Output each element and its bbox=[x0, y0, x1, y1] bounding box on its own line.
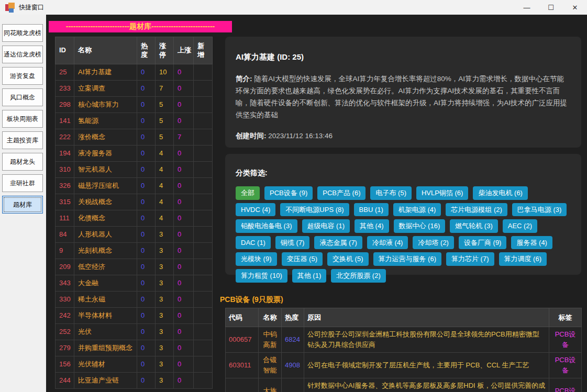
sidebar-button-1[interactable]: 同花顺龙虎榜 bbox=[2, 24, 43, 42]
category-tag-20[interactable]: 铜缆 (7) bbox=[275, 236, 310, 250]
sidebar-button-4[interactable]: 风口概念 bbox=[2, 88, 43, 106]
category-tag-2[interactable]: PCB设备 (9) bbox=[264, 186, 313, 200]
theme-row[interactable]: 252光伏030 bbox=[56, 324, 213, 340]
theme-row[interactable]: 111化债概念040 bbox=[56, 210, 213, 227]
category-tag-30[interactable]: 算力芯片 (7) bbox=[446, 252, 494, 266]
theme-limit-up-cell: 4 bbox=[156, 178, 174, 194]
theme-row[interactable]: 244比亚迪产业链030 bbox=[56, 373, 213, 389]
category-tag-32[interactable]: 算力租赁 (10) bbox=[236, 269, 287, 283]
theme-id-cell: 298 bbox=[56, 97, 74, 113]
theme-new-cell bbox=[194, 227, 213, 243]
theme-rise-cell: 7 bbox=[174, 129, 194, 145]
category-tag-18[interactable]: AEC (2) bbox=[503, 219, 537, 233]
maximize-button[interactable]: ☐ bbox=[539, 0, 563, 15]
category-tag-28[interactable]: 交换机 (5) bbox=[327, 252, 369, 266]
theme-row[interactable]: 9光刻机概念030 bbox=[56, 243, 213, 259]
theme-row[interactable]: 242半导体材料030 bbox=[56, 308, 213, 324]
sidebar-button-3[interactable]: 游资复盘 bbox=[2, 67, 43, 85]
close-button[interactable]: ✕ bbox=[563, 0, 587, 15]
category-tag-27[interactable]: 变压器 (5) bbox=[282, 252, 323, 266]
category-tag-22[interactable]: 冷却液 (4) bbox=[367, 236, 408, 250]
theme-rise-cell: 0 bbox=[174, 373, 194, 389]
theme-row[interactable]: 279并购重组预期概念030 bbox=[56, 340, 213, 356]
theme-row[interactable]: 315关税战概念040 bbox=[56, 194, 213, 210]
category-tag-24[interactable]: 设备厂商 (9) bbox=[459, 236, 507, 250]
sidebar-button-6[interactable]: 主题投资库 bbox=[2, 131, 43, 149]
category-tag-26[interactable]: 光模块 (9) bbox=[236, 252, 277, 266]
stock-header-heat: 热度 bbox=[282, 308, 304, 327]
theme-name-cell: 核心城市算力 bbox=[74, 97, 137, 113]
theme-id-cell: 209 bbox=[56, 259, 74, 275]
theme-table: ID 名称 热度 涨停 上涨 新增 25AI算力基建0100233立案调查070… bbox=[55, 37, 213, 389]
category-tag-11[interactable]: 芯片电源模组 (2) bbox=[446, 203, 507, 217]
theme-row[interactable]: 194液冷服务器040 bbox=[56, 145, 213, 162]
category-tag-23[interactable]: 冷却塔 (2) bbox=[413, 236, 454, 250]
category-tag-1[interactable]: 全部 bbox=[236, 186, 260, 200]
sidebar-button-7[interactable]: 题材龙头 bbox=[2, 153, 43, 171]
category-tag-10[interactable]: 机架电源 (4) bbox=[393, 203, 441, 217]
theme-row[interactable]: 156光伏辅材030 bbox=[56, 356, 213, 373]
category-tag-13[interactable]: 铅酸电池备电 (3) bbox=[236, 219, 297, 233]
stock-heat-cell: 3930 bbox=[282, 378, 304, 392]
theme-new-cell bbox=[194, 210, 213, 227]
category-tag-3[interactable]: PCB产品 (6) bbox=[317, 186, 366, 200]
stock-row[interactable]: 000657中钨高新6824公司控股子公司深圳金洲精工科技股份有限公司是全球领先… bbox=[226, 327, 582, 353]
theme-id-cell: 194 bbox=[56, 145, 74, 162]
stock-reason-cell: 公司控股子公司深圳金洲精工科技股份有限公司是全球领先的PCB用精密微型钻头及刀具… bbox=[304, 327, 549, 353]
sidebar-button-8[interactable]: 韭研社群 bbox=[2, 174, 43, 192]
theme-row[interactable]: 326磁悬浮压缩机040 bbox=[56, 178, 213, 194]
theme-limit-up-cell: 5 bbox=[156, 97, 174, 113]
theme-limit-up-cell: 7 bbox=[156, 81, 174, 97]
theme-row[interactable]: 222涨价概念057 bbox=[56, 129, 213, 145]
sidebar: 同花顺龙虎榜通达信龙虎榜游资复盘风口概念板块周期表主题投资库题材龙头韭研社群题材… bbox=[0, 15, 46, 392]
category-tag-16[interactable]: 数据中心 (16) bbox=[394, 219, 446, 233]
theme-row[interactable]: 343大金融030 bbox=[56, 275, 213, 292]
theme-limit-up-cell: 4 bbox=[156, 145, 174, 162]
stock-row[interactable]: 603011合锻智能4908公司在电子领域定制开发了层压机生产线，主要用于 PC… bbox=[226, 353, 582, 378]
category-tag-19[interactable]: DAC (1) bbox=[236, 236, 271, 250]
sidebar-button-2[interactable]: 通达信龙虎榜 bbox=[2, 46, 43, 63]
theme-row[interactable]: 141氢能源050 bbox=[56, 113, 213, 129]
sidebar-button-9[interactable]: 题材库 bbox=[2, 196, 43, 214]
theme-id-cell: 156 bbox=[56, 356, 74, 373]
category-tag-5[interactable]: HVLP铜箔 (6) bbox=[416, 186, 468, 200]
category-tag-6[interactable]: 柴油发电机 (6) bbox=[473, 186, 528, 200]
stock-name-cell: 中钨高新 bbox=[259, 327, 282, 353]
theme-row[interactable]: 298核心城市算力050 bbox=[56, 97, 213, 113]
theme-rise-cell: 0 bbox=[174, 292, 194, 308]
window-controls: — ☐ ✕ bbox=[515, 0, 587, 15]
theme-row[interactable]: 330稀土永磁030 bbox=[56, 292, 213, 308]
category-tag-33[interactable]: 其他 (1) bbox=[292, 269, 327, 283]
category-tag-12[interactable]: 巴拿马电源 (3) bbox=[512, 203, 567, 217]
category-tag-15[interactable]: 其他 (4) bbox=[355, 219, 389, 233]
category-tag-7[interactable]: HVDC (4) bbox=[236, 203, 275, 217]
theme-row[interactable]: 84人形机器人030 bbox=[56, 227, 213, 243]
theme-heat-cell: 0 bbox=[137, 227, 156, 243]
stock-row[interactable]: 301200大族数控3930针对数据中心AI服务器、交换机等高多层板及高多层HD… bbox=[226, 378, 582, 392]
minimize-button[interactable]: — bbox=[515, 0, 539, 15]
category-tag-34[interactable]: 北交所股票 (2) bbox=[331, 269, 386, 283]
category-tag-14[interactable]: 超级电容 (1) bbox=[302, 219, 350, 233]
theme-heat-cell: 0 bbox=[137, 259, 156, 275]
theme-row[interactable]: 25AI算力基建0100 bbox=[56, 64, 213, 81]
category-tag-31[interactable]: 算力调度 (6) bbox=[499, 252, 547, 266]
theme-limit-up-cell: 3 bbox=[156, 292, 174, 308]
category-tag-9[interactable]: BBU (1) bbox=[354, 203, 389, 217]
category-tag-29[interactable]: 算力运营与服务 (6) bbox=[373, 252, 442, 266]
sidebar-button-5[interactable]: 板块周期表 bbox=[2, 110, 43, 128]
theme-row[interactable]: 233立案调查070 bbox=[56, 81, 213, 97]
theme-row[interactable]: 209低空经济030 bbox=[56, 259, 213, 275]
theme-limit-up-cell: 3 bbox=[156, 259, 174, 275]
theme-rise-cell: 0 bbox=[174, 81, 194, 97]
category-tag-25[interactable]: 服务器 (4) bbox=[511, 236, 552, 250]
theme-rise-cell: 0 bbox=[174, 210, 194, 227]
category-tag-4[interactable]: 电子布 (5) bbox=[370, 186, 412, 200]
theme-name-cell: 光伏 bbox=[74, 324, 137, 340]
category-tag-8[interactable]: 不间断电源UPS (8) bbox=[280, 203, 349, 217]
theme-detail-created: 创建时间: 2023/11/12 16:13:46 bbox=[236, 131, 571, 141]
category-tag-17[interactable]: 燃气轮机 (3) bbox=[450, 219, 498, 233]
category-tag-21[interactable]: 液态金属 (7) bbox=[314, 236, 362, 250]
intro-label: 简介: bbox=[236, 75, 252, 83]
theme-heat-cell: 0 bbox=[137, 81, 156, 97]
theme-row[interactable]: 310智元机器人040 bbox=[56, 162, 213, 178]
